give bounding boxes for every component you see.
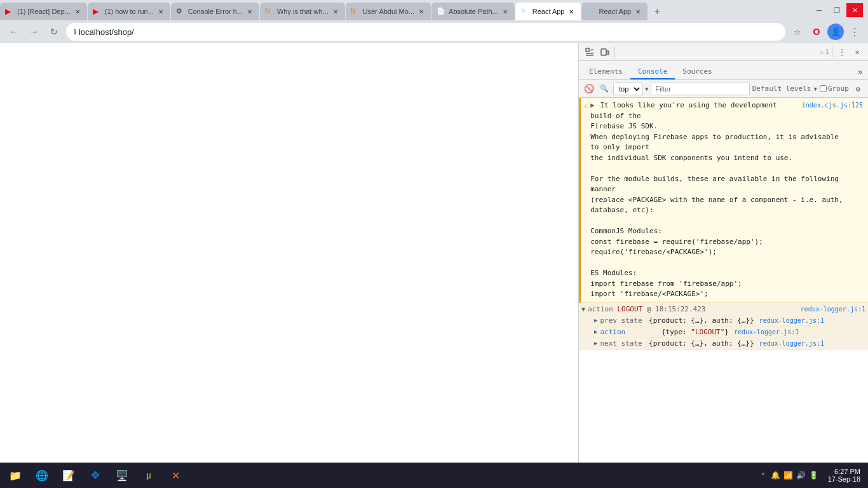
taskbar-xampp[interactable]: ✕: [163, 464, 188, 487]
tab-label-7: React App: [532, 8, 565, 15]
context-select[interactable]: top: [613, 83, 642, 95]
taskbar-utorrent[interactable]: µ: [136, 464, 161, 487]
tab-react-app-2[interactable]: ⚛ React App ✕: [581, 3, 648, 20]
action-time: @ 18:15:22.423: [647, 305, 706, 313]
tab-console-error[interactable]: ⚙ Console Error h... ✕: [171, 3, 259, 20]
main-content: ⚠ 1 ⋮ ✕ Elements Console Sources »: [0, 43, 868, 488]
address-bar: ← → ↻ ℹ localhost/shop/ ☆ O 👤 ⋮: [0, 20, 868, 43]
warning-count-badge[interactable]: ⚠ 1: [820, 48, 829, 56]
group-checkbox[interactable]: [820, 85, 827, 92]
next-state-label: next state: [600, 339, 644, 348]
console-settings-button[interactable]: ⚙: [851, 83, 864, 95]
tab-absolute-path[interactable]: 📄 Absolute Path... ✕: [431, 3, 515, 20]
reload-button[interactable]: ↻: [46, 24, 62, 40]
tab-favicon-1: ▶: [5, 7, 14, 16]
warning-icon: ⚠: [583, 101, 588, 110]
taskbar-vscode[interactable]: ❖: [83, 464, 108, 487]
devtools-panel: ⚠ 1 ⋮ ✕ Elements Console Sources »: [578, 43, 868, 488]
context-dropdown-icon: ▼: [645, 86, 648, 92]
opera-icon[interactable]: O: [808, 24, 825, 40]
tab-user-abdul[interactable]: N User Abdul Mo... ✕: [346, 3, 431, 20]
taskbar-ie[interactable]: 🖥️: [109, 464, 135, 487]
taskbar-files[interactable]: 📁: [3, 464, 28, 487]
console-filter-input[interactable]: [651, 83, 749, 95]
clear-console-button[interactable]: 🚫: [583, 83, 595, 95]
notes-icon: 📝: [61, 468, 76, 483]
tab-react-app-active[interactable]: ⚛ React App ✕: [515, 3, 581, 20]
tray-notifications[interactable]: 🔔: [771, 470, 781, 480]
log-entry-text: action LOGOUT @ 18:15:22.423: [588, 305, 796, 313]
action-sub-label: action: [600, 328, 644, 336]
warning-source-link[interactable]: index.cjs.js:125: [802, 100, 863, 110]
tab-close-7[interactable]: ✕: [567, 7, 576, 16]
tab-favicon-6: 📄: [437, 7, 445, 16]
tray-show-hidden[interactable]: ^: [758, 470, 768, 480]
back-button[interactable]: ←: [5, 24, 22, 40]
log-source-link-next[interactable]: redux-logger.js:1: [759, 340, 824, 347]
tab-close-3[interactable]: ✕: [245, 7, 254, 16]
console-filter-button[interactable]: 🔍: [598, 83, 611, 95]
tab-label-1: (1) [React] Dep...: [17, 8, 71, 15]
tab-close-8[interactable]: ✕: [634, 7, 642, 16]
taskbar-time-value: 6:27 PM: [828, 468, 860, 475]
url-bar[interactable]: ℹ localhost/shop/: [66, 23, 785, 41]
tab-how-run[interactable]: ▶ (1) how to run... ✕: [88, 3, 170, 20]
new-tab-button[interactable]: +: [648, 3, 666, 20]
log-source-link-prev[interactable]: redux-logger.js:1: [759, 317, 824, 324]
restore-button[interactable]: ❐: [829, 3, 845, 17]
tab-elements[interactable]: Elements: [581, 65, 630, 79]
log-sub-action[interactable]: ▶ action {type: "LOGOUT"} redux-logger.j…: [579, 327, 868, 338]
log-source-link-action[interactable]: redux-logger.js:1: [734, 329, 799, 336]
tab-close-4[interactable]: ✕: [331, 7, 340, 16]
tab-label-6: Absolute Path...: [449, 8, 498, 15]
taskbar-notes[interactable]: 📝: [56, 464, 81, 487]
devtools-close-button[interactable]: ✕: [850, 45, 864, 59]
log-sub-next-state[interactable]: ▶ next state {product: {…}, auth: {…}} r…: [579, 338, 868, 349]
tab-close-1[interactable]: ✕: [73, 7, 82, 16]
taskbar: 📁 🌐 📝 ❖ 🖥️ µ ✕ ^ 🔔 📶 🔊 🔋 6:27 PM 17-Sep-…: [0, 463, 868, 488]
menu-button[interactable]: ⋮: [846, 24, 863, 40]
taskbar-chrome[interactable]: 🌐: [29, 464, 55, 487]
log-expand-triangle: ▼: [581, 306, 585, 313]
minimize-button[interactable]: ─: [811, 3, 827, 17]
tab-close-5[interactable]: ✕: [417, 7, 426, 16]
devtools-settings-button[interactable]: ⋮: [835, 45, 849, 59]
console-output: ⚠ ▶ index.cjs.js:125 It looks like you'r…: [579, 98, 868, 474]
title-bar: ▶ (1) [React] Dep... ✕ ▶ (1) how to run.…: [0, 0, 868, 20]
warning-expand-triangle[interactable]: ▶: [590, 100, 595, 111]
tray-volume[interactable]: 🔊: [796, 470, 806, 480]
tab-close-2[interactable]: ✕: [156, 7, 165, 16]
console-toolbar: 🚫 🔍 top ▼ Default levels ▼ Group ⚙: [579, 80, 868, 98]
toolbar-separator-1: [614, 46, 615, 58]
tab-why-is-that[interactable]: N Why is that wh... ✕: [260, 3, 345, 20]
tab-sources[interactable]: Sources: [675, 65, 719, 79]
webpage-area: [0, 43, 578, 488]
tray-network[interactable]: 📶: [783, 470, 794, 480]
tab-console[interactable]: Console: [630, 65, 675, 79]
redux-log-entry: ▼ action LOGOUT @ 18:15:22.423 redux-log…: [579, 303, 868, 350]
elements-tab-label: Elements: [589, 67, 623, 76]
log-entry-main-row[interactable]: ▼ action LOGOUT @ 18:15:22.423 redux-log…: [579, 303, 868, 315]
device-toolbar-button[interactable]: [598, 45, 612, 59]
forward-button[interactable]: →: [25, 24, 42, 40]
action-sub-triangle: ▶: [594, 329, 597, 335]
vscode-icon: ❖: [88, 468, 103, 483]
profile-button[interactable]: 👤: [827, 24, 844, 40]
tab-react-deploy[interactable]: ▶ (1) [React] Dep... ✕: [0, 3, 87, 20]
group-label-text: Group: [828, 85, 849, 93]
more-tabs-button[interactable]: »: [855, 64, 865, 79]
taskbar-date-value: 17-Sep-18: [828, 475, 860, 483]
sources-tab-label: Sources: [682, 67, 712, 76]
tab-favicon-3: ⚙: [176, 7, 185, 16]
tab-close-6[interactable]: ✕: [501, 7, 510, 16]
log-source-link-main[interactable]: redux-logger.js:1: [801, 306, 865, 313]
url-input[interactable]: localhost/shop/: [79, 27, 778, 37]
tray-battery[interactable]: 🔋: [809, 470, 819, 480]
bookmark-button[interactable]: ☆: [789, 24, 806, 40]
taskbar-clock[interactable]: 6:27 PM 17-Sep-18: [823, 468, 865, 483]
log-sub-prev-state[interactable]: ▶ prev state {product: {…}, auth: {…}} r…: [579, 315, 868, 327]
inspect-element-button[interactable]: [583, 45, 597, 59]
close-button[interactable]: ✕: [846, 3, 863, 17]
lock-icon: ℹ: [74, 28, 76, 36]
warning-count-label: 1: [825, 48, 829, 56]
